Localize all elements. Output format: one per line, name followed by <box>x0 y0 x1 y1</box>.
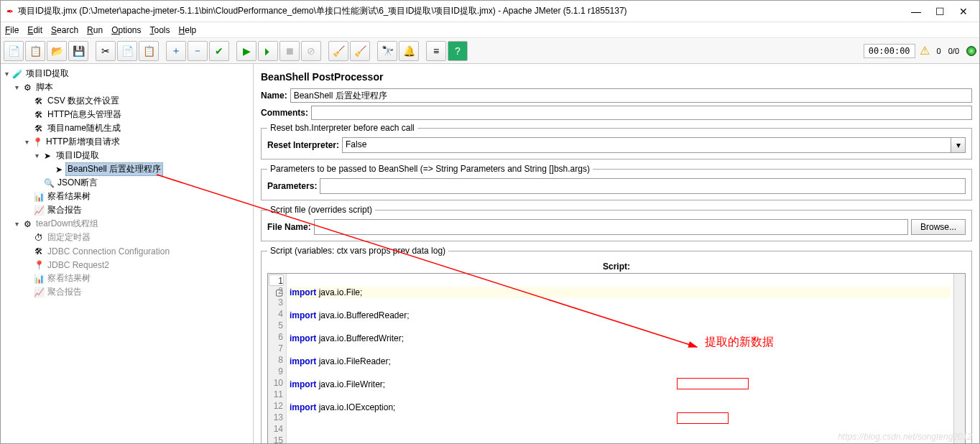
menubar: File Edit Search Run Options Tools Help <box>1 22 979 38</box>
menu-help[interactable]: Help <box>179 25 197 35</box>
tree-jdbc-req[interactable]: 📍JDBC Request2 <box>2 258 251 272</box>
params-label: Parameters: <box>267 181 317 191</box>
menu-edit[interactable]: Edit <box>27 25 42 35</box>
menu-file[interactable]: File <box>5 25 19 35</box>
menu-options[interactable]: Options <box>111 25 141 35</box>
reset-label: Reset Interpreter: <box>267 140 339 150</box>
tree-aggregate2[interactable]: 📈聚合报告 <box>2 285 251 299</box>
elapsed-timer: 00:00:00 <box>864 44 915 58</box>
tree-id-extract[interactable]: ▾➤项目ID提取 <box>2 149 251 162</box>
close-button[interactable]: ✕ <box>959 6 968 17</box>
wrench-icon: 🛠 <box>32 96 45 106</box>
tree-view-results[interactable]: 📊察看结果树 <box>2 190 251 203</box>
start-no-pause-icon[interactable]: ⏵ <box>258 41 278 61</box>
expand-icon[interactable]: ＋ <box>166 41 186 61</box>
tree-http-header[interactable]: 🛠HTTP信息头管理器 <box>2 108 251 121</box>
templates-icon[interactable]: 📋 <box>25 41 45 61</box>
help-icon[interactable]: ? <box>448 41 468 61</box>
params-input[interactable] <box>320 178 966 194</box>
titlebar: ✒ 项目ID提取.jmx (D:\Jmeter\apache-jmeter-5.… <box>1 1 979 22</box>
dropdown-arrow-icon[interactable]: ▾ <box>951 137 966 153</box>
jmeter-icon: ✒ <box>6 6 14 17</box>
wrench-icon: 🛠 <box>32 110 45 120</box>
wrench-icon: 🛠 <box>32 124 45 134</box>
gear-icon: ⚙ <box>21 83 34 93</box>
open-icon[interactable]: 📂 <box>47 41 67 61</box>
tree-name-gen[interactable]: 🛠项目name随机生成 <box>2 121 251 135</box>
flask-icon: 🧪 <box>11 69 24 79</box>
comments-input[interactable] <box>311 106 972 120</box>
arrow-icon: ➤ <box>52 165 65 175</box>
params-legend: Parameters to be passed to BeanShell (=>… <box>267 164 593 174</box>
tree-view-results2[interactable]: 📊察看结果树 <box>2 272 251 285</box>
comments-label: Comments: <box>261 108 308 118</box>
search-icon[interactable]: 🔭 <box>377 41 397 61</box>
new-icon[interactable]: 📄 <box>4 41 24 61</box>
warning-icon[interactable]: ⚠ <box>920 44 930 57</box>
start-icon[interactable]: ▶ <box>236 41 256 61</box>
filename-input[interactable] <box>314 219 908 235</box>
pipette-icon: 📍 <box>31 137 44 147</box>
tree-jdbc-conn[interactable]: 🛠JDBC Connection Configuration <box>2 244 251 258</box>
tree-beanshell[interactable]: ➤BeanShell 后置处理程序 <box>2 162 251 176</box>
collapse-icon[interactable]: － <box>188 41 208 61</box>
clear-all-icon[interactable]: 🧹 <box>350 41 370 61</box>
arrow-icon: ➤ <box>41 151 54 161</box>
editor-panel: BeanShell PostProcessor Name: Comments: … <box>254 64 979 443</box>
script-header: Script: <box>267 260 966 273</box>
shutdown-icon[interactable]: ⊘ <box>301 41 321 61</box>
thread-count: 0/0 <box>948 47 959 55</box>
reset-search-icon[interactable]: 🔔 <box>399 41 419 61</box>
script-legend: Script (variables: ctx vars props prev d… <box>267 246 448 256</box>
cut-icon[interactable]: ✂ <box>96 41 116 61</box>
clear-icon[interactable]: 🧹 <box>328 41 348 61</box>
toolbar: 📄 📋 📂 💾 ✂ 📄 📋 ＋ － ✔ ▶ ⏵ ⏹ ⊘ 🧹 🧹 🔭 🔔 ≡ ? … <box>1 38 979 64</box>
toggle-icon[interactable]: ✔ <box>209 41 229 61</box>
file-legend: Script file (overrides script) <box>267 205 375 215</box>
editor-title: BeanShell PostProcessor <box>261 71 972 83</box>
tree-script[interactable]: ▾⚙脚本 <box>2 80 251 94</box>
name-label: Name: <box>261 91 287 101</box>
menu-tools[interactable]: Tools <box>150 25 170 35</box>
function-helper-icon[interactable]: ≡ <box>426 41 446 61</box>
magnifier-icon: 🔍 <box>42 178 55 188</box>
results-icon: 📊 <box>32 274 45 284</box>
name-input[interactable] <box>290 88 972 103</box>
tree-teardown[interactable]: ▾⚙tearDown线程组 <box>2 217 251 231</box>
vertical-scrollbar[interactable] <box>953 274 965 443</box>
status-indicator-icon <box>966 46 976 56</box>
report-icon: 📈 <box>32 205 45 216</box>
paste-icon[interactable]: 📋 <box>139 41 159 61</box>
warning-count: 0 <box>937 47 941 55</box>
reset-fieldset: Reset bsh.Interpreter before each call R… <box>261 123 972 159</box>
maximize-button[interactable]: ☐ <box>935 6 945 17</box>
clock-icon: ⏱ <box>32 233 45 243</box>
test-plan-tree[interactable]: ▾🧪项目ID提取 ▾⚙脚本 🛠CSV 数据文件设置 🛠HTTP信息头管理器 🛠项… <box>1 64 254 443</box>
browse-button[interactable]: Browse... <box>911 219 966 235</box>
save-icon[interactable]: 💾 <box>68 41 88 61</box>
window-title: 项目ID提取.jmx (D:\Jmeter\apache-jmeter-5.1.… <box>18 5 911 17</box>
reset-select[interactable]: False <box>342 137 951 153</box>
tree-aggregate[interactable]: 📈聚合报告 <box>2 203 251 217</box>
reset-legend: Reset bsh.Interpreter before each call <box>267 123 417 133</box>
gear-icon: ⚙ <box>21 219 34 229</box>
tree-timer[interactable]: ⏱固定定时器 <box>2 231 251 244</box>
tree-csv[interactable]: 🛠CSV 数据文件设置 <box>2 94 251 108</box>
wrench-icon: 🛠 <box>32 246 45 256</box>
tree-http-new[interactable]: ▾📍HTTP新增项目请求 <box>2 135 251 149</box>
file-label: File Name: <box>267 222 311 232</box>
params-fieldset: Parameters to be passed to BeanShell (=>… <box>261 164 972 200</box>
menu-run[interactable]: Run <box>87 25 103 35</box>
results-icon: 📊 <box>32 192 45 202</box>
tree-root[interactable]: ▾🧪项目ID提取 <box>2 67 251 80</box>
minimize-button[interactable]: — <box>911 6 921 17</box>
pipette-icon: 📍 <box>32 260 45 270</box>
scriptfile-fieldset: Script file (overrides script) File Name… <box>261 205 972 241</box>
tree-json-assert[interactable]: 🔍JSON断言 <box>2 176 251 190</box>
script-editor[interactable]: import java.io.File; import java.io.Buff… <box>287 274 953 443</box>
menu-search[interactable]: Search <box>51 25 78 35</box>
line-gutter: 1 ▢23456789101112131415 <box>268 274 287 443</box>
copy-icon[interactable]: 📄 <box>117 41 137 61</box>
script-fieldset: Script (variables: ctx vars props prev d… <box>261 246 972 443</box>
stop-icon[interactable]: ⏹ <box>279 41 300 61</box>
